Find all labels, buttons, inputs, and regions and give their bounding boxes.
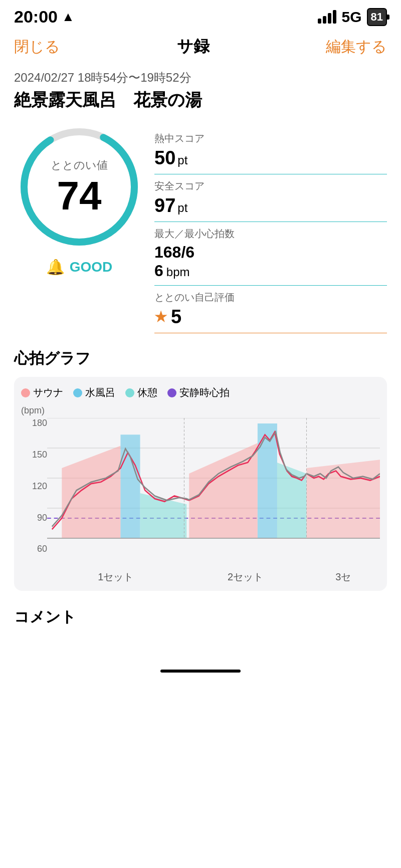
- legend-rest: 休憩: [125, 386, 157, 399]
- right-stats: 熱中スコア 50pt 安全スコア 97pt 最大／最小心拍数 168/6 6 b…: [154, 122, 387, 333]
- gauge-label: ととのい値: [51, 158, 108, 173]
- svg-marker-13: [140, 493, 187, 538]
- legend-resting-hr: 安静時心拍: [167, 386, 230, 399]
- safety-score-label: 安全スコア: [154, 179, 387, 193]
- main-content: 2024/02/27 18時54分〜19時52分 絶景露天風呂 花景の湯 ととの…: [0, 66, 401, 641]
- comment-title: コメント: [14, 607, 387, 627]
- gauge-inner: ととのい値 74: [51, 158, 108, 216]
- heart-rate-unit: bpm: [166, 265, 190, 279]
- heat-score-label: 熱中スコア: [154, 132, 387, 145]
- self-rating-item: ととのい自己評価 ★ 5: [154, 286, 387, 333]
- graph-section-title: 心拍グラフ: [14, 348, 387, 369]
- home-indicator: [160, 670, 241, 673]
- good-row: 🔔 GOOD: [46, 258, 113, 276]
- bottom-bar: [0, 662, 401, 681]
- graph-legend: サウナ 水風呂 休憩 安静時心拍: [21, 386, 380, 399]
- x-label-set2: 2セット: [184, 570, 306, 584]
- safety-score-item: 安全スコア 97pt: [154, 174, 387, 222]
- x-axis: 1セット 2セット 3セ: [21, 570, 380, 584]
- status-bar: 20:00 ▲ 5G 81: [0, 0, 401, 32]
- self-rating-value: ★ 5: [154, 306, 387, 328]
- svg-marker-10: [307, 460, 380, 539]
- svg-marker-11: [120, 435, 140, 539]
- chart-svg: [47, 418, 380, 568]
- self-rating-label: ととのい自己評価: [154, 291, 387, 304]
- legend-dot-restinghr: [167, 388, 176, 397]
- legend-dot-coldbath: [73, 388, 82, 397]
- chart-wrapper: (bpm) 180 150 120 90 60: [21, 405, 380, 584]
- heart-rate-item: 最大／最小心拍数 168/6 6 bpm: [154, 222, 387, 286]
- safety-score-value: 97pt: [154, 195, 387, 216]
- network-label: 5G: [341, 9, 361, 26]
- heart-rate-value: 168/6: [154, 243, 387, 262]
- bell-icon: 🔔: [46, 258, 65, 276]
- x-label-set3: 3セ: [307, 570, 380, 584]
- good-text: GOOD: [70, 259, 113, 275]
- legend-dot-sauna: [21, 388, 30, 397]
- heat-score-item: 熱中スコア 50pt: [154, 127, 387, 174]
- heart-rate-label: 最大／最小心拍数: [154, 227, 387, 241]
- edit-button[interactable]: 編集する: [326, 37, 387, 57]
- status-right: 5G 81: [318, 8, 387, 26]
- svg-marker-12: [258, 424, 277, 539]
- gauge-circle: ととのい値 74: [14, 122, 144, 252]
- battery-indicator: 81: [367, 8, 387, 26]
- status-time: 20:00: [14, 7, 58, 27]
- close-button[interactable]: 閉じる: [14, 37, 60, 57]
- session-place: 絶景露天風呂 花景の湯: [14, 89, 387, 112]
- heat-score-value: 50pt: [154, 147, 387, 169]
- legend-sauna: サウナ: [21, 386, 63, 399]
- gauge-container: ととのい値 74 🔔 GOOD: [14, 122, 144, 276]
- session-datetime: 2024/02/27 18時54分〜19時52分: [14, 70, 387, 86]
- location-icon: ▲: [62, 9, 75, 25]
- chart-area: 180 150 120 90 60: [21, 418, 380, 568]
- x-label-set1: 1セット: [47, 570, 184, 584]
- comment-section: コメント: [14, 603, 387, 627]
- svg-marker-9: [189, 443, 258, 538]
- svg-marker-8: [62, 446, 120, 538]
- gauge-value: 74: [51, 176, 108, 216]
- legend-dot-rest: [125, 388, 134, 397]
- heart-rate-value2: 6: [154, 262, 163, 280]
- stats-row: ととのい値 74 🔔 GOOD 熱中スコア 50pt 安全スコア 97pt: [14, 122, 387, 333]
- y-axis: 180 150 120 90 60: [21, 418, 47, 568]
- legend-cold-bath: 水風呂: [73, 386, 115, 399]
- chart-plot: [47, 418, 380, 568]
- graph-container: サウナ 水風呂 休憩 安静時心拍 (bpm) 180 150: [14, 377, 387, 591]
- star-icon: ★: [154, 309, 167, 325]
- nav-title: サ録: [177, 36, 210, 58]
- y-unit-label: (bpm): [21, 405, 380, 416]
- signal-bars: [318, 10, 336, 24]
- nav-bar: 閉じる サ録 編集する: [0, 32, 401, 66]
